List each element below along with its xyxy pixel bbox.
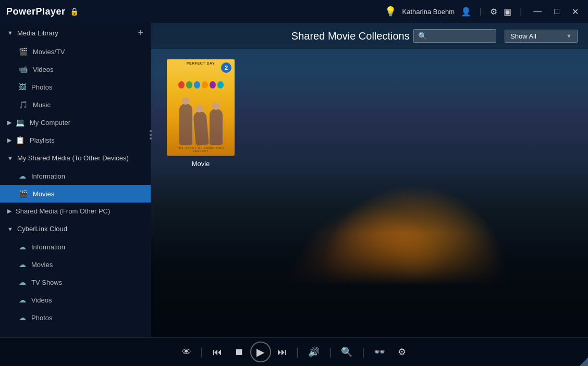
cloud-videos-icon: ☁ xyxy=(19,296,26,304)
search-icon: 🔍 xyxy=(418,32,427,40)
player-bar: 👁 | ⏮ ⏹ ▶ ⏭ | 🔊 | 🔍 | 👓 ⚙ xyxy=(0,337,588,366)
filter-label: Show All xyxy=(510,32,536,40)
media-library-label: Media Library xyxy=(17,29,58,37)
cloud-videos-label: Videos xyxy=(31,296,52,304)
scroll-dot xyxy=(150,130,152,132)
next-button[interactable]: ⏭ xyxy=(271,343,293,362)
movies-tv-label: Movies/TV xyxy=(33,48,65,56)
sidebar-item-shared-information[interactable]: ☁ Information xyxy=(0,167,151,185)
add-media-button[interactable]: + xyxy=(138,28,143,37)
sidebar-item-music[interactable]: 🎵 Music xyxy=(0,96,151,113)
shared-movies-label: Movies xyxy=(33,190,54,198)
cloud-tv-shows-label: TV Shows xyxy=(31,279,62,286)
sidebar-item-cloud-photos[interactable]: ☁ Photos xyxy=(0,309,151,326)
stop-button[interactable]: ⏹ xyxy=(228,343,250,362)
volume-button[interactable]: 🔊 xyxy=(302,342,326,362)
scroll-dot xyxy=(150,137,152,140)
cloud-information-label: Information xyxy=(31,243,65,251)
scroll-dot xyxy=(150,134,152,136)
sidebar: ▼ Media Library + 🎬 Movies/TV 📹 Videos 🖼… xyxy=(0,23,151,337)
movie-item[interactable]: PERFECT DAY xyxy=(167,59,235,168)
minimize-button[interactable]: — xyxy=(530,6,545,17)
tree-silhouette xyxy=(151,233,588,337)
media-library-chevron-icon: ▼ xyxy=(7,30,13,36)
sidebar-item-shared-movies[interactable]: 🎬 Movies xyxy=(0,185,151,203)
vr-button[interactable]: 👓 xyxy=(368,342,391,362)
sidebar-scroll-indicator xyxy=(150,130,152,140)
previous-button[interactable]: ⏮ xyxy=(206,343,228,362)
cyberlink-cloud-chevron-icon: ▼ xyxy=(7,226,13,232)
my-computer-label: My Computer xyxy=(30,119,70,127)
user-account-icon[interactable]: 👤 xyxy=(461,7,471,17)
player-settings-button[interactable]: ⚙ xyxy=(391,342,412,362)
cyberlink-cloud-label: CyberLink Cloud xyxy=(17,225,67,233)
content-title: Shared Movie Collections xyxy=(288,30,414,42)
eye-button[interactable]: 👁 xyxy=(176,343,198,362)
playlists-label: Playlists xyxy=(30,136,55,144)
search-box[interactable]: 🔍 xyxy=(413,29,496,43)
sidebar-item-playlists[interactable]: ▶ 📋 Playlists xyxy=(0,131,151,149)
poster-bottom-text: The Story of Something Perfect xyxy=(167,145,235,156)
music-icon: 🎵 xyxy=(19,100,28,109)
my-shared-media-label: My Shared Media (To Other Devices) xyxy=(17,154,129,162)
sidebar-section-media-library[interactable]: ▼ Media Library + xyxy=(0,23,151,43)
user-name: Katharina Boehm xyxy=(402,8,455,16)
filter-chevron-icon: ▼ xyxy=(566,33,572,39)
content-area: Shared Movie Collections 🔍 Show All ▼ xyxy=(151,23,588,337)
videos-icon: 📹 xyxy=(19,65,28,73)
titlebar: PowerPlayer 🔒 💡 Katharina Boehm 👤 | ⚙ ▣ … xyxy=(0,0,588,23)
play-button[interactable]: ▶ xyxy=(250,342,271,362)
sidebar-section-my-shared-media[interactable]: ▼ My Shared Media (To Other Devices) xyxy=(0,149,151,167)
cloud-tv-shows-icon: ☁ xyxy=(19,278,26,286)
shared-movies-icon: 🎬 xyxy=(19,190,28,198)
shared-information-label: Information xyxy=(31,172,65,180)
zoom-button[interactable]: 🔍 xyxy=(335,342,359,362)
movie-poster-image: PERFECT DAY xyxy=(167,59,235,156)
movie-badge: 2 xyxy=(221,62,231,73)
sidebar-item-cloud-information[interactable]: ☁ Information xyxy=(0,238,151,256)
movies-tv-icon: 🎬 xyxy=(19,47,28,56)
multi-window-icon[interactable]: ▣ xyxy=(504,7,511,17)
music-label: Music xyxy=(33,101,51,109)
sidebar-item-cloud-movies[interactable]: ☁ Movies xyxy=(0,256,151,273)
my-computer-chevron-icon: ▶ xyxy=(7,119,11,126)
lock-icon: 🔒 xyxy=(70,7,79,16)
titlebar-right: 💡 Katharina Boehm 👤 | ⚙ ▣ | — □ ✕ xyxy=(385,6,582,18)
my-computer-icon: 💻 xyxy=(16,118,24,127)
photos-label: Photos xyxy=(31,83,52,91)
app-title: PowerPlayer xyxy=(6,6,66,17)
movie-grid: PERFECT DAY xyxy=(151,49,588,178)
content-header: Shared Movie Collections 🔍 Show All ▼ xyxy=(151,23,588,49)
close-button[interactable]: ✕ xyxy=(569,6,582,18)
sidebar-item-shared-from-other-pc[interactable]: ▶ Shared Media (From Other PC) xyxy=(0,203,151,220)
movie-label: Movie xyxy=(192,160,210,168)
sidebar-item-cloud-tv-shows[interactable]: ☁ TV Shows xyxy=(0,273,151,291)
settings-icon[interactable]: ⚙ xyxy=(490,7,497,17)
playlists-chevron-icon: ▶ xyxy=(7,137,11,144)
search-input[interactable] xyxy=(429,32,492,40)
corner-indicator xyxy=(580,358,588,366)
shared-from-other-pc-label: Shared Media (From Other PC) xyxy=(16,207,110,215)
movie-poster: PERFECT DAY xyxy=(167,59,235,156)
sidebar-item-my-computer[interactable]: ▶ 💻 My Computer xyxy=(0,113,151,131)
poster-people-area xyxy=(167,89,235,145)
playlists-icon: 📋 xyxy=(16,136,24,144)
main-layout: ▼ Media Library + 🎬 Movies/TV 📹 Videos 🖼… xyxy=(0,23,588,337)
cloud-photos-icon: ☁ xyxy=(19,313,26,322)
sidebar-item-photos[interactable]: 🖼 Photos xyxy=(0,78,151,96)
videos-label: Videos xyxy=(33,66,54,73)
bulb-icon: 💡 xyxy=(385,6,396,17)
sidebar-section-cyberlink-cloud[interactable]: ▼ CyberLink Cloud xyxy=(0,220,151,238)
cloud-information-icon: ☁ xyxy=(19,243,26,251)
cloud-movies-icon: ☁ xyxy=(19,260,26,269)
shared-information-icon: ☁ xyxy=(19,172,26,180)
shared-from-other-pc-chevron-icon: ▶ xyxy=(7,208,11,214)
photos-icon: 🖼 xyxy=(19,83,26,91)
my-shared-media-chevron-icon: ▼ xyxy=(7,155,13,161)
sidebar-item-videos[interactable]: 📹 Videos xyxy=(0,60,151,78)
sidebar-item-cloud-videos[interactable]: ☁ Videos xyxy=(0,291,151,309)
sidebar-item-movies-tv[interactable]: 🎬 Movies/TV xyxy=(0,43,151,60)
filter-dropdown[interactable]: Show All ▼ xyxy=(505,30,578,43)
maximize-button[interactable]: □ xyxy=(551,6,562,17)
cloud-photos-label: Photos xyxy=(31,314,52,322)
